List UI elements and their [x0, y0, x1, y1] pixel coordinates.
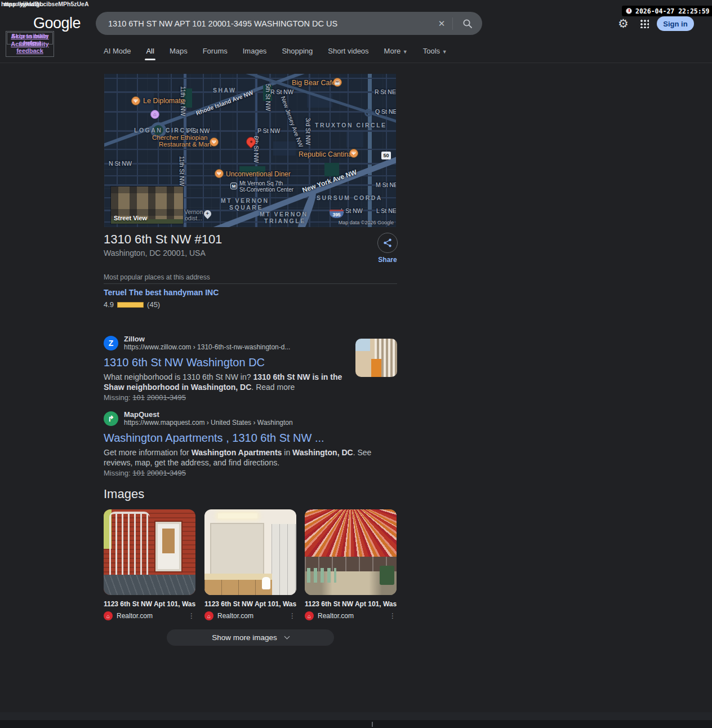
- accessibility-feedback-link[interactable]: Accessibility feedback: [7, 41, 52, 54]
- cafe-chairs: [307, 568, 336, 583]
- overhead-streamers: [305, 509, 397, 557]
- business-link[interactable]: Teruel The best handyman INC: [104, 288, 219, 297]
- clear-search-icon[interactable]: ✕: [431, 19, 452, 29]
- clock-widget[interactable]: 2026-04-27 22:25:59: [622, 6, 712, 16]
- map-area-mt-vernon-triangle-2: TRIANGLE: [264, 217, 306, 224]
- share-label[interactable]: Share: [374, 256, 401, 264]
- street-view-thumbnail[interactable]: Street View: [111, 187, 183, 224]
- chevron-down-icon: ▼: [442, 49, 447, 55]
- restaurant-icon[interactable]: Ψ: [349, 149, 358, 158]
- map-street-m-st-ne: M St NE: [376, 181, 396, 188]
- image-caption: 1123 6th St NW Apt 101, Washin: [305, 600, 397, 608]
- map-street-l-st-ne: L St NE: [376, 207, 396, 214]
- missing-terms: Missing: 101 20001-3495: [104, 393, 397, 402]
- interstate-395-shield: 395: [330, 210, 344, 218]
- share-button[interactable]: [377, 233, 398, 253]
- image-card[interactable]: 1123 6th St NW Apt 101, Washin ⌂ Realtor…: [204, 509, 296, 620]
- share-icon: [382, 238, 393, 248]
- poi-republic-cantina[interactable]: Republic Cantina: [299, 150, 352, 158]
- zillow-favicon: Z: [104, 336, 118, 350]
- read-more-link[interactable]: Read more: [256, 383, 295, 392]
- image-caption: 1123 6th St NW Apt 101, Washin: [204, 600, 296, 608]
- image-card[interactable]: 1123 6th St NW Apt 101, Washin ⌂ Realtor…: [305, 509, 397, 620]
- poi-metro-line1: Mt Vernon Sq 7th: [239, 180, 283, 187]
- image-source[interactable]: Realtor.com: [117, 612, 184, 620]
- tab-short-videos[interactable]: Short videos: [328, 47, 368, 55]
- bathroom-mirror: [210, 523, 264, 575]
- cafe-icon[interactable]: ☕: [333, 78, 342, 87]
- result-thumbnail[interactable]: [355, 339, 397, 377]
- source-url: https://www.mapquest.com › United States…: [124, 419, 293, 427]
- map-street-r-st-ne: R St NE: [375, 88, 396, 95]
- image-thumbnail-bathroom[interactable]: [204, 509, 296, 595]
- museum-icon[interactable]: ⌂: [150, 110, 159, 119]
- tab-all[interactable]: All: [146, 47, 154, 55]
- image-card[interactable]: 1123 6th St NW Apt 101, Washin ⌂ Realtor…: [104, 509, 195, 620]
- realtor-icon: ⌂: [305, 611, 314, 620]
- tab-images[interactable]: Images: [243, 47, 267, 55]
- map-street-q-st-ne: Q St NE: [375, 108, 396, 115]
- tab-forums[interactable]: Forums: [203, 47, 228, 55]
- accessibility-links-box: Skip to main content Accessibility help …: [6, 31, 54, 57]
- map-street-n-st: N St NW: [109, 160, 132, 167]
- result-mapquest: ↱ MapQuest https://www.mapquest.com › Un…: [104, 410, 397, 477]
- tab-ai-mode[interactable]: AI Mode: [104, 47, 131, 55]
- place-title: 1310 6th St NW #101: [104, 232, 222, 247]
- result-title-link[interactable]: 1310 6th St NW Washington DC: [104, 356, 397, 369]
- poi-chercher-line2[interactable]: Restaurant & Mart: [159, 141, 211, 148]
- image-thumbnail-exterior[interactable]: [104, 509, 195, 595]
- images-section-heading: Images: [104, 487, 144, 501]
- mapquest-favicon: ↱: [104, 411, 118, 426]
- map-street-l-st-nw: L St NW: [341, 207, 363, 214]
- google-apps-icon[interactable]: [640, 19, 649, 28]
- location-map[interactable]: SHAW LOGAN CIRCLE TRUXTON CIRCLE MT VERN…: [104, 74, 396, 227]
- poi-chercher-line1[interactable]: Chercher Ethiopian: [152, 134, 207, 141]
- search-icon[interactable]: [453, 18, 482, 29]
- road-north-capitol: [368, 74, 372, 227]
- image-thumbnail-alley[interactable]: [305, 509, 397, 595]
- poi-big-bear-cafe[interactable]: Big Bear Cafe: [292, 79, 336, 87]
- map-area-mt-vernon-square-2: SQUARE: [229, 204, 263, 211]
- google-logo[interactable]: Google: [33, 15, 81, 32]
- result-snippet: Get more information for Washington Apar…: [104, 448, 385, 468]
- result-tabs: AI Mode All Maps Forums Images Shopping …: [104, 47, 447, 55]
- source-name: Zillow: [124, 335, 290, 343]
- metro-station-icon[interactable]: M: [230, 183, 237, 189]
- missing-terms: Missing: 101 20001-3495: [104, 469, 397, 477]
- more-options-icon[interactable]: ⋮: [188, 612, 195, 620]
- settings-gear-icon[interactable]: ⚙: [618, 17, 629, 30]
- image-source-row: ⌂ Realtor.com ⋮: [305, 611, 397, 620]
- result-title-link[interactable]: Washington Apartments , 1310 6th St NW .…: [104, 432, 397, 445]
- image-source[interactable]: Realtor.com: [318, 612, 385, 620]
- map-area-mt-vernon-triangle: MT VERNON: [260, 211, 308, 217]
- more-options-icon[interactable]: ⋮: [389, 612, 397, 620]
- restaurant-icon[interactable]: Ψ: [215, 169, 224, 178]
- business-rating: 4.9 (45): [104, 300, 160, 309]
- restaurant-icon[interactable]: Ψ: [131, 96, 140, 105]
- poi-metro-line2: St-Convention Center: [239, 187, 293, 193]
- image-caption: 1123 6th St NW Apt 101, Washin: [104, 600, 195, 608]
- map-area-mt-vernon-square: MT VERNON: [221, 197, 269, 204]
- map-area-shaw: SHAW: [213, 87, 237, 94]
- sign-in-button[interactable]: Sign in: [657, 16, 694, 31]
- tab-tools[interactable]: Tools ▼: [423, 47, 447, 55]
- footer-bar: [0, 720, 712, 728]
- search-input[interactable]: 1310 6TH ST NW APT 101 20001-3495 WASHIN…: [108, 19, 431, 28]
- realtor-icon: ⌂: [104, 611, 113, 620]
- more-options-icon[interactable]: ⋮: [289, 612, 296, 620]
- poi-le-diplomate[interactable]: Le Diplomate: [143, 97, 185, 105]
- restaurant-icon[interactable]: Ψ: [210, 137, 219, 147]
- result-zillow: Z Zillow https://www.zillow.com › 1310-6…: [104, 335, 397, 402]
- map-area-sursum-corda: SURSUM CORDA: [317, 194, 382, 201]
- tab-shopping[interactable]: Shopping: [282, 47, 313, 55]
- image-source[interactable]: Realtor.com: [217, 612, 285, 620]
- poi-unconventional-diner[interactable]: Unconventional Diner: [226, 170, 291, 178]
- cursor-artifact: [372, 722, 373, 727]
- show-more-images-button[interactable]: Show more images: [167, 629, 334, 646]
- mapquest-source-row[interactable]: ↱ MapQuest https://www.mapquest.com › Un…: [104, 410, 397, 427]
- place-subtitle: Washington, DC 20001, USA: [104, 248, 206, 258]
- tab-maps[interactable]: Maps: [170, 47, 188, 55]
- search-bar[interactable]: 1310 6TH ST NW APT 101 20001-3495 WASHIN…: [96, 12, 482, 35]
- zillow-source-row[interactable]: Z Zillow https://www.zillow.com › 1310-6…: [104, 335, 397, 351]
- tab-more[interactable]: More ▼: [384, 47, 408, 55]
